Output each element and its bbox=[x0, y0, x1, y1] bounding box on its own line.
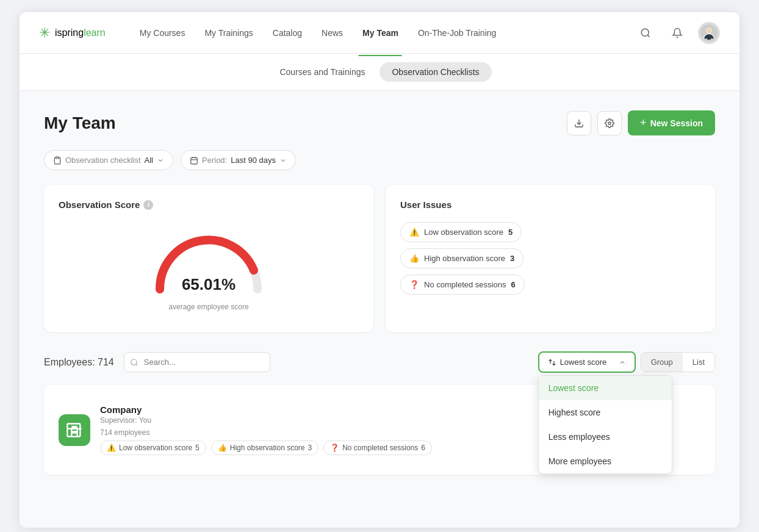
warning-icon-2: ⚠️ bbox=[107, 444, 116, 452]
observation-score-card: Observation Score i 65.01% bbox=[44, 185, 373, 332]
employees-count-value: 714 bbox=[98, 357, 114, 367]
employees-label: Employees: 714 bbox=[44, 357, 114, 368]
sort-option-less[interactable]: Less employees bbox=[539, 425, 672, 449]
gauge-value: 65.01% bbox=[182, 275, 236, 294]
emp-badge-high-count: 3 bbox=[308, 444, 312, 452]
emp-badge-no-sessions-label: No completed sessions bbox=[342, 444, 418, 452]
checklist-filter[interactable]: Observation checklist All bbox=[44, 150, 173, 170]
user-avatar-icon bbox=[700, 24, 718, 41]
main-content: My Team + New Session bbox=[20, 91, 739, 528]
logo-icon: ✳ bbox=[39, 25, 50, 41]
emp-badge-no-sessions-count: 6 bbox=[421, 444, 425, 452]
sort-dropdown-menu: Lowest score Highest score Less employee… bbox=[538, 375, 672, 474]
sort-option-lowest[interactable]: Lowest score bbox=[539, 376, 672, 400]
plus-icon: + bbox=[640, 117, 647, 129]
building-icon bbox=[66, 422, 83, 439]
download-icon bbox=[574, 118, 584, 128]
issue-no-sessions-count: 6 bbox=[511, 280, 515, 289]
svg-point-6 bbox=[608, 122, 611, 124]
sub-nav-observation-checklists[interactable]: Observation Checklists bbox=[380, 62, 491, 82]
issue-low-label: Low observation score bbox=[424, 228, 503, 237]
search-icon-2 bbox=[130, 358, 138, 367]
nav-item-catalog[interactable]: Catalog bbox=[263, 23, 312, 43]
svg-rect-14 bbox=[73, 431, 74, 433]
gear-icon bbox=[605, 118, 614, 128]
employees-header: Employees: 714 bbox=[44, 351, 715, 373]
issue-low-count: 5 bbox=[508, 228, 513, 237]
download-button[interactable] bbox=[567, 111, 591, 135]
period-filter[interactable]: Period: Last 90 days bbox=[181, 150, 296, 170]
issue-no-sessions[interactable]: ❓ No completed sessions 6 bbox=[400, 275, 525, 295]
emp-badge-no-sessions[interactable]: ❓ No completed sessions 6 bbox=[323, 440, 432, 455]
issue-high-score[interactable]: 👍 High observation score 3 bbox=[400, 248, 523, 268]
info-icon[interactable]: i bbox=[143, 200, 153, 210]
nav-item-my-courses[interactable]: My Courses bbox=[130, 23, 195, 43]
nav-item-news[interactable]: News bbox=[312, 23, 353, 43]
emp-badge-high-label: High observation score bbox=[230, 444, 305, 452]
page-actions: + New Session bbox=[567, 110, 715, 135]
svg-point-4 bbox=[707, 28, 711, 33]
sort-option-more[interactable]: More employees bbox=[539, 449, 672, 473]
calendar-icon bbox=[190, 156, 198, 165]
thumbsup-icon-2: 👍 bbox=[218, 444, 227, 452]
gauge-wrapper: 65.01% bbox=[148, 228, 270, 295]
bell-icon bbox=[672, 27, 683, 38]
nav-item-on-the-job[interactable]: On-The-Job Training bbox=[408, 23, 506, 43]
search-input-wrap bbox=[124, 352, 270, 372]
page-header: My Team + New Session bbox=[44, 110, 715, 135]
issue-no-sessions-label: No completed sessions bbox=[424, 280, 506, 289]
issue-high-count: 3 bbox=[510, 254, 514, 263]
issue-low-score[interactable]: ⚠️ Low observation score 5 bbox=[400, 222, 522, 242]
filters: Observation checklist All Period: Last 9… bbox=[44, 150, 715, 170]
emp-badge-low-label: Low observation score bbox=[119, 444, 192, 452]
clipboard-icon bbox=[53, 156, 62, 165]
logo-learn: learn bbox=[84, 27, 106, 38]
thumbsup-icon: 👍 bbox=[409, 254, 419, 263]
notifications-button[interactable] bbox=[666, 22, 688, 44]
sort-dropdown: Lowest score Lowest score Highest score … bbox=[538, 351, 636, 373]
emp-badge-low-count: 5 bbox=[195, 444, 200, 452]
question-icon: ❓ bbox=[409, 280, 419, 289]
sort-button[interactable]: Lowest score bbox=[538, 351, 636, 373]
question-icon-2: ❓ bbox=[330, 444, 339, 452]
checklist-value: All bbox=[145, 156, 153, 165]
new-session-label: New Session bbox=[650, 118, 703, 128]
svg-rect-17 bbox=[75, 426, 76, 428]
main-nav: My Courses My Trainings Catalog News My … bbox=[130, 23, 635, 43]
gauge-percent: 65.01% bbox=[182, 275, 236, 294]
chevron-down-icon-2 bbox=[279, 157, 287, 164]
view-group-button[interactable]: Group bbox=[641, 353, 683, 372]
settings-button[interactable] bbox=[597, 111, 622, 135]
cards-row: Observation Score i 65.01% bbox=[44, 185, 715, 332]
svg-rect-13 bbox=[67, 423, 80, 436]
emp-badge-high[interactable]: 👍 High observation score 3 bbox=[211, 440, 318, 455]
svg-point-12 bbox=[131, 359, 137, 364]
chevron-up-icon bbox=[619, 359, 626, 366]
app-container: ✳ ispringlearn My Courses My Trainings C… bbox=[20, 12, 739, 528]
user-issues-title: User Issues bbox=[400, 200, 700, 210]
avatar[interactable] bbox=[698, 22, 720, 44]
view-list-button[interactable]: List bbox=[683, 353, 714, 372]
nav-item-my-team[interactable]: My Team bbox=[353, 23, 408, 43]
employees-section: Employees: 714 bbox=[44, 351, 715, 475]
view-toggle: Group List bbox=[641, 352, 715, 372]
period-label: Period: bbox=[202, 156, 227, 165]
logo-ispring: ispring bbox=[55, 27, 84, 38]
search-button[interactable] bbox=[635, 22, 656, 44]
user-issues-list: ⚠️ Low observation score 5 👍 High observ… bbox=[400, 222, 700, 295]
logo[interactable]: ✳ ispringlearn bbox=[39, 25, 106, 41]
header-actions bbox=[635, 22, 720, 44]
new-session-button[interactable]: + New Session bbox=[628, 110, 715, 135]
page-title: My Team bbox=[44, 113, 116, 133]
search-input[interactable] bbox=[124, 352, 270, 372]
sort-option-highest[interactable]: Highest score bbox=[539, 400, 672, 425]
svg-point-0 bbox=[641, 29, 649, 36]
svg-rect-15 bbox=[75, 431, 76, 433]
nav-item-my-trainings[interactable]: My Trainings bbox=[195, 23, 262, 43]
emp-badge-low[interactable]: ⚠️ Low observation score 5 bbox=[100, 440, 206, 455]
sub-nav-courses-trainings[interactable]: Courses and Trainings bbox=[267, 62, 377, 82]
gauge-container: 65.01% average employee score bbox=[59, 222, 359, 317]
checklist-label: Observation checklist bbox=[65, 156, 141, 165]
gauge-label: average employee score bbox=[168, 303, 248, 311]
employees-controls: Lowest score Lowest score Highest score … bbox=[538, 351, 715, 373]
